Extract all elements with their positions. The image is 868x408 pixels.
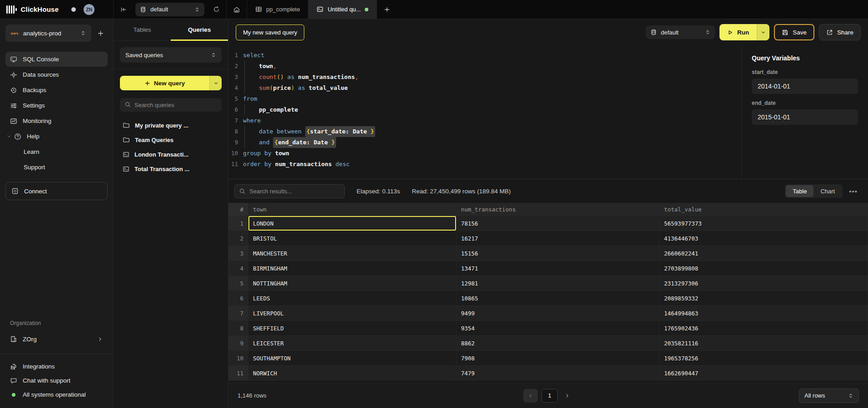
table-cell[interactable]: BRISTOL xyxy=(248,231,456,246)
sidebar-footer-chat-with-support[interactable]: Chat with support xyxy=(5,374,108,388)
column-header-index[interactable]: # xyxy=(228,203,248,216)
sql-editor[interactable]: 1select2town,3count() as num_transaction… xyxy=(228,45,741,179)
search-queries-input[interactable] xyxy=(120,98,222,112)
search-icon xyxy=(124,101,131,108)
saved-query-item[interactable]: My private query ... xyxy=(120,118,222,133)
table-cell[interactable]: 56593977373 xyxy=(660,216,868,231)
table-cell[interactable]: 78156 xyxy=(456,216,660,231)
table-cell[interactable]: 8862 xyxy=(456,336,660,351)
saved-query-item[interactable]: London Transacti... xyxy=(120,147,222,162)
table-cell[interactable]: 12981 xyxy=(456,276,660,291)
saved-query-item[interactable]: Total Transaction ... xyxy=(120,162,222,176)
run-options-caret[interactable] xyxy=(757,24,769,40)
prev-page-button[interactable] xyxy=(523,389,538,403)
sidebar-item-settings[interactable]: Settings xyxy=(5,98,108,113)
table-cell[interactable]: 16217 xyxy=(456,231,660,246)
refresh-icon xyxy=(213,6,220,13)
variable-input-end_date[interactable] xyxy=(752,109,858,125)
code-line: 1select xyxy=(228,50,741,61)
saved-query-name-chip[interactable]: My new saved query xyxy=(236,25,304,40)
run-label: Run xyxy=(737,29,749,36)
topbar-database-select[interactable]: default xyxy=(135,3,204,16)
table-cell[interactable]: 2660602241 xyxy=(660,246,868,261)
collapse-sidebar-button[interactable] xyxy=(114,0,134,19)
backups-icon xyxy=(10,87,17,94)
page-size-select[interactable]: All rows xyxy=(799,388,859,403)
table-cell[interactable]: 1464994863 xyxy=(660,306,868,321)
share-button[interactable]: Share xyxy=(819,24,861,40)
updown-chevron-icon xyxy=(194,7,200,12)
table-cell[interactable]: 7479 xyxy=(456,366,660,381)
save-button[interactable]: Save xyxy=(774,24,814,40)
read-stat: Read: 27,450,499 rows (189.84 MB) xyxy=(412,188,511,195)
table-cell[interactable]: LIVERPOOL xyxy=(248,306,456,321)
sidebar-item-learn[interactable]: Learn xyxy=(5,144,108,159)
column-header-total_value[interactable]: total_value xyxy=(660,203,868,216)
sidebar-item-data-sources[interactable]: Data sources xyxy=(5,67,108,82)
database-icon xyxy=(650,29,657,35)
column-header-town[interactable]: town xyxy=(248,203,456,216)
view-table-button[interactable]: Table xyxy=(786,185,813,197)
table-cell[interactable]: SOUTHAMPTON xyxy=(248,351,456,366)
tab-tables[interactable]: Tables xyxy=(114,19,171,40)
table-cell[interactable]: NORWICH xyxy=(248,366,456,381)
table-cell[interactable]: 9354 xyxy=(456,321,660,336)
notification-dot[interactable] xyxy=(71,7,76,12)
saved-query-item[interactable]: Team Queries xyxy=(120,133,222,147)
page-number-input[interactable]: 1 xyxy=(541,389,558,403)
more-options-icon[interactable]: ••• xyxy=(849,187,858,195)
sidebar-item-backups[interactable]: Backups xyxy=(5,83,108,98)
table-cell[interactable]: NOTTINGHAM xyxy=(248,276,456,291)
table-cell[interactable]: 2089859332 xyxy=(660,291,868,306)
new-query-caret[interactable] xyxy=(209,76,222,90)
tab-untitled-query[interactable]: Untitled qu... xyxy=(308,0,377,19)
table-cell[interactable]: LEICESTER xyxy=(248,336,456,351)
table-cell[interactable]: 10865 xyxy=(456,291,660,306)
sidebar-item-sql-console[interactable]: SQL Console xyxy=(5,52,108,67)
table-cell[interactable]: 2313297306 xyxy=(660,276,868,291)
code-line: 4sum(price) as total_value xyxy=(228,83,741,93)
new-tab-button[interactable] xyxy=(377,0,397,19)
table-cell[interactable]: LONDON xyxy=(248,216,456,231)
table-cell[interactable]: 2703899808 xyxy=(660,261,868,276)
variable-input-start_date[interactable] xyxy=(752,79,858,94)
sidebar-item-support[interactable]: Support xyxy=(5,160,108,175)
table-cell[interactable]: 15156 xyxy=(456,246,660,261)
workspace-select[interactable]: aws analytics-prod xyxy=(5,25,91,42)
table-cell[interactable]: MANCHESTER xyxy=(248,246,456,261)
column-header-num_transactions[interactable]: num_transactions xyxy=(456,203,660,216)
connect-button[interactable]: Connect xyxy=(5,182,108,200)
sidebar-footer-all-systems-operational[interactable]: All systems operational xyxy=(5,388,108,402)
table-cell[interactable]: 1965378256 xyxy=(660,351,868,366)
table-cell[interactable]: 13471 xyxy=(456,261,660,276)
sidebar-item-monitoring[interactable]: Monitoring xyxy=(5,113,108,128)
sidebar-footer-integrations[interactable]: Integrations xyxy=(5,359,108,374)
add-service-button[interactable] xyxy=(93,25,108,42)
table-cell[interactable]: 1662690447 xyxy=(660,366,868,381)
table-cell[interactable]: 1765902436 xyxy=(660,321,868,336)
avatar[interactable]: ZN xyxy=(84,4,94,15)
table-cell[interactable]: 7908 xyxy=(456,351,660,366)
saved-queries-select[interactable]: Saved queries xyxy=(120,47,222,63)
new-query-button[interactable]: New query xyxy=(120,76,222,90)
unsaved-changes-dot xyxy=(365,8,368,11)
search-results-input[interactable] xyxy=(234,184,345,198)
table-cell[interactable]: LEEDS xyxy=(248,291,456,306)
table-cell[interactable]: 2035821116 xyxy=(660,336,868,351)
query-parameter-chip[interactable]: {start_date: Date } xyxy=(305,126,376,137)
table-cell[interactable]: BIRMINGHAM xyxy=(248,261,456,276)
sidebar-item-help[interactable]: Help xyxy=(5,129,108,144)
view-chart-button[interactable]: Chart xyxy=(813,185,842,197)
table-cell[interactable]: 4136446703 xyxy=(660,231,868,246)
home-tab[interactable] xyxy=(227,0,247,19)
refresh-button[interactable] xyxy=(206,0,226,19)
next-page-button[interactable] xyxy=(561,389,573,403)
table-cell[interactable]: 9499 xyxy=(456,306,660,321)
query-parameter-chip[interactable]: {end_date: Date } xyxy=(273,137,336,148)
tab-queries[interactable]: Queries xyxy=(171,19,228,40)
table-cell[interactable]: SHEFFIELD xyxy=(248,321,456,336)
tab-pp-complete[interactable]: pp_complete xyxy=(247,0,308,19)
run-button[interactable]: Run xyxy=(719,24,769,40)
editor-database-select[interactable]: default xyxy=(646,25,715,39)
organization-row[interactable]: ZOrg xyxy=(5,331,108,347)
